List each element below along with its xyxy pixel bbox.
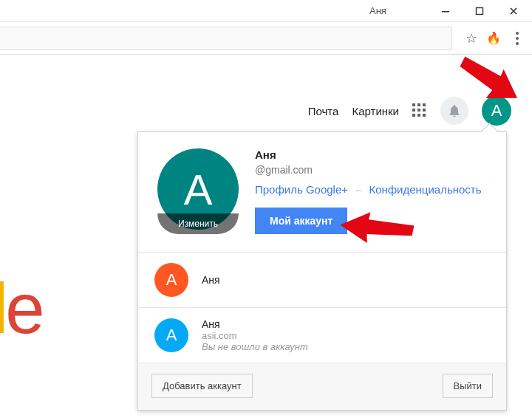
annotation-arrow-icon [339, 210, 415, 250]
change-avatar-button[interactable]: Изменить [157, 213, 239, 234]
avatar-letter: А [184, 165, 213, 214]
account-item-status: Вы не вошли в аккаунт [202, 341, 308, 352]
browser-toolbar: ☆ 🔥 [0, 22, 532, 55]
account-main-section: А Изменить Аня @gmail.com Профиль Google… [138, 132, 506, 252]
account-large-avatar[interactable]: А Изменить [157, 148, 239, 234]
account-switcher-item[interactable]: A Аня [138, 252, 506, 307]
account-switcher-item[interactable]: A Аня asii.com Вы не вошли в аккаунт [138, 307, 506, 363]
svg-rect-1 [477, 7, 483, 14]
account-avatar-small: A [154, 263, 188, 297]
account-name: Аня [255, 148, 491, 161]
bookmark-star-icon[interactable]: ☆ [466, 30, 477, 47]
google-plus-profile-link[interactable]: Профиль Google+ [255, 183, 348, 196]
account-item-name: Аня [202, 318, 308, 330]
account-email: @gmail.com [255, 164, 491, 176]
account-item-email: asii.com [202, 330, 308, 341]
window-title: Аня [369, 5, 386, 16]
window-close-button[interactable] [497, 0, 531, 22]
google-apps-icon[interactable] [412, 103, 427, 118]
separator: – [355, 183, 361, 196]
extension-fire-icon[interactable]: 🔥 [486, 31, 501, 45]
account-panel-footer: Добавить аккаунт Выйти [138, 363, 506, 410]
window-minimize-button[interactable] [429, 0, 463, 22]
mail-link[interactable]: Почта [308, 105, 339, 117]
add-account-button[interactable]: Добавить аккаунт [151, 374, 253, 398]
svg-rect-0 [442, 11, 449, 13]
notifications-bell-icon[interactable] [440, 97, 468, 125]
privacy-link[interactable]: Конфиденциальность [369, 183, 481, 196]
images-link[interactable]: Картинки [352, 105, 399, 117]
google-logo-fragment: le [0, 273, 42, 344]
account-item-name: Аня [202, 274, 220, 286]
my-account-button[interactable]: Мой аккаунт [255, 208, 347, 234]
browser-menu-icon[interactable] [510, 32, 525, 45]
svg-marker-3 [339, 210, 415, 247]
address-bar[interactable] [0, 27, 452, 50]
account-dropdown-panel: А Изменить Аня @gmail.com Профиль Google… [137, 131, 507, 411]
window-maximize-button[interactable] [463, 0, 497, 22]
sign-out-button[interactable]: Выйти [443, 374, 494, 398]
window-titlebar: Аня [0, 0, 532, 22]
account-avatar-small: A [154, 318, 188, 352]
google-header: Почта Картинки A [308, 96, 511, 126]
